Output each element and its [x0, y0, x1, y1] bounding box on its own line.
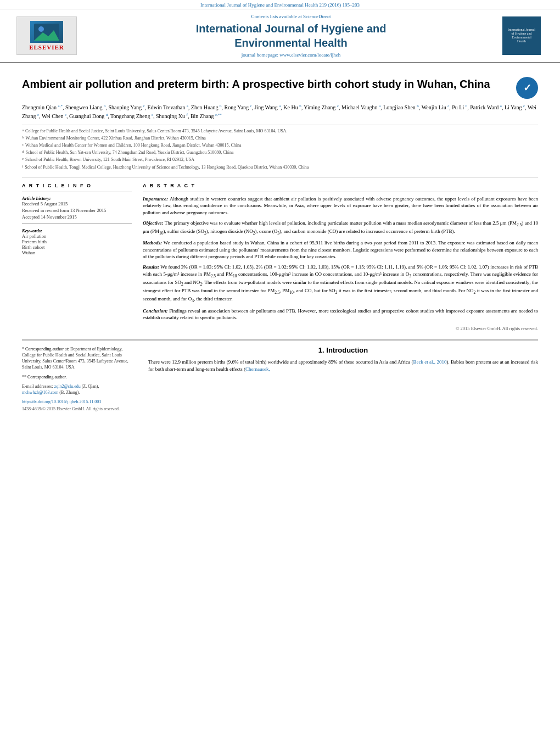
footnotes-col: * Corresponding author at: Department of…: [22, 346, 132, 412]
beck-ref[interactable]: Beck et al., 2010: [413, 359, 446, 365]
abstract-divider: [143, 192, 538, 192]
abstract-heading: A B S T R A C T: [143, 183, 538, 188]
intro-section: * Corresponding author at: Department of…: [22, 339, 538, 412]
elsevier-logo-box: ELSEVIER: [16, 16, 77, 55]
email-block: E-mail addresses: zqin2@slu.edu (Z. Qian…: [22, 383, 132, 395]
abstract-methods: Methods: We conducted a population-based…: [143, 239, 538, 260]
footnote-1-sym: * Corresponding author at:: [22, 347, 70, 352]
email-label: E-mail addresses:: [22, 384, 54, 389]
footnote-1: * Corresponding author at: Department of…: [22, 346, 132, 371]
issn-line: 1438-4639/© 2015 Elsevier GmbH. All righ…: [22, 406, 132, 412]
journal-thumbnail: International Journalof Hygiene andEnvir…: [502, 16, 541, 55]
journal-title: International Journal of Hygiene and Env…: [82, 21, 500, 50]
article-title-section: Ambient air pollution and preterm birth:…: [22, 71, 538, 99]
history-label: Article history:: [22, 196, 132, 201]
intro-paragraph-1: There were 12.9 million preterm births (…: [148, 359, 538, 373]
keywords-section: Keywords: Air pollution Preterm birth Bi…: [22, 228, 132, 255]
article-info-col: A R T I C L E I N F O Article history: R…: [22, 183, 132, 331]
sciencedirect-link[interactable]: ScienceDirect: [303, 14, 331, 19]
main-content: Ambient air pollution and preterm birth:…: [0, 63, 560, 423]
affiliation-a: a College for Public Health and Social J…: [22, 128, 538, 134]
received-revised-date: Received in revised form 13 November 201…: [22, 208, 132, 213]
elsevier-graphic: [30, 21, 63, 43]
svg-point-1: [38, 26, 44, 32]
affiliation-b: b Wuhan Environmental Monitoring Center,…: [22, 135, 538, 141]
email-2[interactable]: mchwhzh@163.com: [22, 390, 58, 395]
homepage-url[interactable]: www.elsevier.com/locate/ijheh: [279, 52, 340, 58]
journal-logo-area: ELSEVIER: [16, 16, 82, 55]
authors-section: Zhengmin Qian a,*, Shengwen Liang b, Sha…: [22, 103, 538, 120]
received-date: Received 5 August 2015: [22, 201, 132, 207]
abstract-importance: Importance: Although studies in western …: [143, 196, 538, 216]
abstract-col: A B S T R A C T Importance: Although stu…: [143, 183, 538, 331]
affiliations-section: a College for Public Health and Social J…: [22, 125, 538, 170]
banner-text: International Journal of Hygiene and Env…: [200, 2, 360, 8]
footnote-2: ** Corresponding author.: [22, 374, 132, 380]
keyword-2: Preterm birth: [22, 239, 132, 244]
keyword-3: Birth cohort: [22, 244, 132, 250]
contents-available: Contents lists available at ScienceDirec…: [82, 14, 500, 19]
abstract-copyright: © 2015 Elsevier GmbH. All rights reserve…: [143, 326, 538, 331]
journal-header: ELSEVIER Contents lists available at Sci…: [0, 9, 560, 63]
abstract-conclusion: Conclusion: Findings reveal an associati…: [143, 308, 538, 321]
divider-2: [22, 223, 132, 224]
elsevier-image-icon: [33, 23, 60, 42]
footnote-2-sym: ** Corresponding author.: [22, 375, 67, 380]
doi-line[interactable]: http://dx.doi.org/10.1016/j.ijheh.2015.1…: [22, 399, 132, 405]
keyword-4: Wuhan: [22, 250, 132, 255]
keywords-label: Keywords:: [22, 228, 132, 233]
elsevier-text: ELSEVIER: [29, 44, 64, 51]
email-1[interactable]: zqin2@slu.edu: [54, 384, 81, 389]
journal-homepage: journal homepage: www.elsevier.com/locat…: [82, 52, 500, 58]
abstract-results: Results: We found 3% (OR = 1.03; 95% CI:…: [143, 264, 538, 304]
keyword-1: Air pollution: [22, 233, 132, 239]
top-banner: International Journal of Hygiene and Env…: [0, 0, 560, 9]
authors-text: Zhengmin Qian a,*, Shengwen Liang b, Sha…: [22, 104, 536, 119]
affiliation-c: c Wuhan Medical and Health Center for Wo…: [22, 142, 538, 148]
intro-columns: * Corresponding author at: Department of…: [22, 346, 538, 412]
crossmark-badge: ✓: [516, 77, 538, 99]
intro-heading: 1. Introduction: [148, 346, 538, 354]
email-2-name: (B. Zhang).: [59, 390, 80, 395]
email-1-name: (Z. Qian),: [82, 384, 99, 389]
article-title: Ambient air pollution and preterm birth:…: [22, 77, 508, 91]
accepted-date: Accepted 14 November 2015: [22, 214, 132, 220]
article-body: A R T I C L E I N F O Article history: R…: [22, 177, 538, 331]
abstract-objective: Objective: The primary objective was to …: [143, 220, 538, 237]
divider-1: [22, 192, 132, 192]
affiliation-d: d School of Public Health, Sun Yat-sen U…: [22, 149, 538, 155]
journal-thumb-area: International Journalof Hygiene andEnvir…: [500, 16, 544, 55]
intro-text-col: 1. Introduction There were 12.9 million …: [148, 346, 538, 412]
affiliation-f: f School of Public Health, Tongji Medica…: [22, 164, 538, 170]
chernausek-ref[interactable]: Chernausek,: [245, 366, 270, 372]
affiliation-e: e School of Public Health, Brown Univers…: [22, 157, 538, 163]
journal-title-area: Contents lists available at ScienceDirec…: [82, 14, 500, 58]
article-info-heading: A R T I C L E I N F O: [22, 183, 132, 188]
